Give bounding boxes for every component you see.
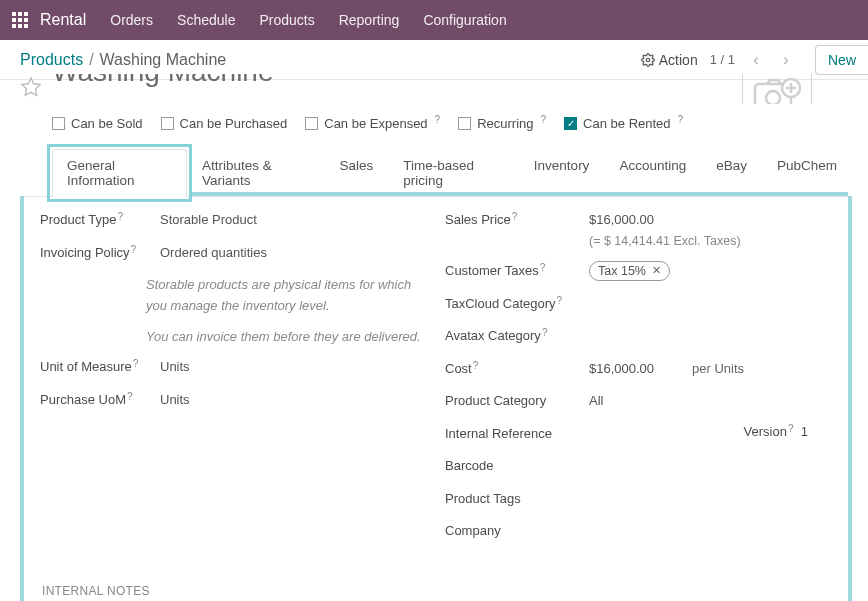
help-icon[interactable]: ? [557,295,563,306]
help-icon[interactable]: ? [117,211,123,222]
product-type-value[interactable]: Storable Product [160,210,257,230]
help-icon[interactable]: ? [542,327,548,338]
internal-reference-label: Internal Reference [445,424,589,444]
version-value[interactable]: 1 [801,424,808,439]
help-icon[interactable]: ? [473,360,479,371]
purchase-uom-label: Purchase UoM? [40,390,160,410]
gear-icon [641,53,655,67]
can-be-sold-checkbox[interactable]: Can be Sold [52,116,143,131]
remove-tag-icon[interactable]: ✕ [652,264,661,277]
breadcrumb-root[interactable]: Products [20,51,83,68]
cost-value[interactable]: $16,000.00 [589,361,654,376]
tab-inventory[interactable]: Inventory [519,149,605,196]
nav-orders[interactable]: Orders [110,12,153,28]
sales-price-label: Sales Price? [445,210,589,230]
breadcrumb-current: Washing Machine [100,51,227,68]
pager-prev-icon[interactable]: ‹ [747,51,765,69]
tab-ebay[interactable]: eBay [701,149,762,196]
product-tags-label: Product Tags [445,489,589,509]
product-category-value[interactable]: All [589,391,603,411]
purchase-uom-value[interactable]: Units [160,390,190,410]
nav-configuration[interactable]: Configuration [423,12,506,28]
action-button[interactable]: Action [641,52,698,68]
help-icon[interactable]: ? [127,391,133,402]
tab-sales[interactable]: Sales [324,149,388,196]
version-label: Version? [744,424,794,439]
tab-bar: General Information Attributes & Variant… [20,149,852,197]
invoicing-policy-label: Invoicing Policy? [40,243,160,263]
product-image-box[interactable] [742,74,812,104]
product-type-label: Product Type? [40,210,160,230]
svg-marker-1 [22,78,40,95]
nav-reporting[interactable]: Reporting [339,12,400,28]
help-icon[interactable]: ? [512,211,518,222]
new-button[interactable]: New [815,45,868,75]
uom-label: Unit of Measure? [40,357,160,377]
tab-pubchem[interactable]: PubChem [762,149,852,196]
can-be-rented-checkbox[interactable]: Can be Rented? [564,116,683,131]
uom-value[interactable]: Units [160,357,190,377]
sales-price-excl: (= $ 14,414.41 Excl. Taxes) [589,234,741,248]
tab-attributes-variants[interactable]: Attributes & Variants [187,149,324,196]
help-text: You can invoice them before they are del… [40,327,427,348]
breadcrumb: Products/Washing Machine [20,51,226,69]
invoicing-policy-value[interactable]: Ordered quantities [160,243,267,263]
company-label: Company [445,521,589,541]
tax-tag[interactable]: Tax 15%✕ [589,261,670,281]
help-icon[interactable]: ? [541,114,547,125]
internal-notes-section: INTERNAL NOTES [42,584,830,602]
can-be-expensed-checkbox[interactable]: Can be Expensed? [305,116,440,131]
tab-general-information[interactable]: General Information [52,149,187,197]
sales-price-value[interactable]: $16,000.00 [589,210,741,230]
camera-plus-icon [753,78,801,104]
svg-point-3 [766,91,780,104]
help-icon[interactable]: ? [678,114,684,125]
apps-icon[interactable] [12,12,28,28]
help-icon[interactable]: ? [540,262,546,273]
customer-taxes-label: Customer Taxes? [445,261,589,281]
svg-point-0 [646,58,650,62]
help-icon[interactable]: ? [788,423,794,434]
recurring-checkbox[interactable]: Recurring? [458,116,546,131]
cost-label: Cost? [445,359,589,379]
avatax-category-label: Avatax Category? [445,326,589,346]
app-name[interactable]: Rental [40,11,86,29]
product-title: Washing Machine [52,74,274,86]
taxcloud-category-label: TaxCloud Category? [445,294,589,314]
can-be-purchased-checkbox[interactable]: Can be Purchased [161,116,288,131]
pager[interactable]: 1 / 1 [710,52,735,67]
help-icon[interactable]: ? [131,244,137,255]
nav-products[interactable]: Products [259,12,314,28]
top-nav: Rental Orders Schedule Products Reportin… [0,0,868,40]
product-category-label: Product Category [445,391,589,411]
pager-next-icon[interactable]: › [777,51,795,69]
tab-accounting[interactable]: Accounting [604,149,701,196]
tab-content: Product Type?Storable Product Invoicing … [20,196,852,601]
cost-unit: per Units [692,361,744,376]
help-icon[interactable]: ? [133,358,139,369]
barcode-label: Barcode [445,456,589,476]
tab-time-based-pricing[interactable]: Time-based pricing [388,149,519,196]
help-text: Storable products are physical items for… [40,275,427,317]
favorite-star-icon[interactable] [20,76,42,98]
help-icon[interactable]: ? [435,114,441,125]
nav-schedule[interactable]: Schedule [177,12,235,28]
